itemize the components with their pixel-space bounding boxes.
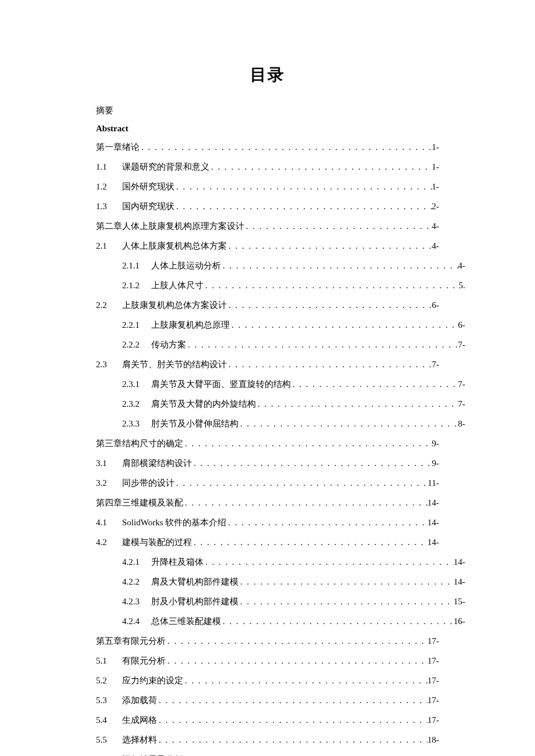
toc-entry-label: 传动方案 — [151, 338, 186, 352]
toc-leader-dots — [174, 180, 432, 194]
toc-entry-page: 7- — [458, 397, 466, 411]
toc-entry: 2.3.3肘关节及小臂伸屈结构8- — [96, 417, 465, 431]
toc-entry-number: 5.1 — [96, 654, 122, 668]
abstract-cn-label: 摘要 — [96, 102, 439, 119]
toc-entry-page: 16- — [454, 614, 465, 628]
toc-leader-dots — [238, 417, 458, 431]
toc-entry-number: 3.2 — [96, 476, 122, 490]
toc-leader-dots — [209, 160, 432, 174]
toc-entry-number: 4.1 — [96, 515, 122, 529]
toc-leader-dots — [226, 515, 427, 529]
toc-leader-dots — [204, 278, 459, 292]
toc-entry-label: 第五章有限元分析 — [96, 634, 166, 648]
toc-entry-label: 运行结果及分析 — [122, 753, 183, 756]
toc-entry-page: 14- — [454, 555, 465, 569]
toc-entry-page: 18- — [427, 753, 439, 756]
toc-entry-number: 4.2.2 — [122, 575, 151, 589]
toc-entry: 第二章人体上肢康复机构原理方案设计4- — [96, 219, 439, 233]
toc-entry-page: 14- — [427, 496, 439, 510]
toc-entry-page: 9- — [432, 456, 440, 470]
toc-entry: 2.2.1上肢康复机构总原理6- — [96, 318, 465, 332]
toc-leader-dots — [256, 397, 458, 411]
toc-entry: 4.2.3肘及小臂机构部件建模15- — [96, 594, 465, 608]
toc-entry-number: 2.1 — [96, 239, 122, 253]
toc-entry: 第一章绪论1- — [96, 140, 439, 154]
toc-entry-number: 1.1 — [96, 160, 122, 174]
toc-entry: 4.2.1升降柱及箱体14- — [96, 555, 465, 569]
toc-entry: 第五章有限元分析17- — [96, 634, 439, 648]
toc-entry: 5.5选择材料18- — [96, 733, 439, 747]
toc-entry: 3.1肩部横梁结构设计9- — [96, 456, 439, 470]
toc-entry-label: 添加载荷 — [122, 693, 157, 707]
toc-leader-dots — [166, 654, 427, 668]
toc-entry-label: 第二章人体上肢康复机构原理方案设计 — [96, 219, 244, 233]
toc-entry-page: 17- — [427, 713, 439, 727]
toc-entry-page: 4- — [432, 219, 440, 233]
toc-entry-page: 4- — [458, 259, 466, 273]
toc-entry: 1.3国内研究现状2- — [96, 199, 439, 213]
toc-entry-page: 17- — [427, 693, 439, 707]
toc-entry-page: 14- — [427, 515, 439, 529]
toc-entry-number: 5.2 — [96, 673, 122, 687]
toc-entry-page: 11- — [428, 476, 439, 490]
toc-entry-number: 2.1.2 — [122, 278, 151, 292]
toc-entry: 5.2应力约束的设定17- — [96, 673, 439, 687]
toc-entry-label: 升降柱及箱体 — [151, 555, 204, 569]
toc-entry-page: 18- — [427, 733, 439, 747]
toc-entry: 1.1课题研究的背景和意义1- — [96, 160, 439, 174]
toc-entry-label: 肩部横梁结构设计 — [122, 456, 192, 470]
toc-entry-page: 7- — [432, 357, 440, 371]
toc-leader-dots — [157, 693, 427, 707]
toc-entry-number: 3.1 — [96, 456, 122, 470]
toc-entry: 2.1.1人体上肢运动分析4- — [96, 259, 465, 273]
toc-leader-dots — [174, 199, 432, 213]
toc-entry: 5.1有限元分析17- — [96, 654, 439, 668]
toc-entry-number: 2.2.1 — [122, 318, 151, 332]
toc-entry-number: 4.2.1 — [122, 555, 151, 569]
toc-entry: 2.1.2上肢人体尺寸5. — [96, 278, 465, 292]
front-matter: 摘要 Abstract — [96, 102, 439, 137]
toc-entry-page: 14- — [454, 575, 465, 589]
toc-entry-page: 1- — [432, 140, 440, 154]
toc-entry-label: 应力约束的设定 — [122, 673, 183, 687]
toc-entry-label: 肩关节及大臂的内外旋结构 — [151, 397, 256, 411]
toc-entry-number: 5.6 — [96, 753, 122, 756]
toc-leader-dots — [140, 140, 432, 154]
toc-leader-dots — [183, 753, 427, 756]
toc-leader-dots — [183, 673, 427, 687]
toc-leader-dots — [183, 496, 427, 510]
toc-leader-dots — [238, 594, 454, 608]
toc-leader-dots — [238, 575, 454, 589]
toc-entry-page: 7- — [458, 338, 466, 352]
toc-entry: 1.2国外研究现状1- — [96, 180, 439, 194]
toc-entry-page: 9- — [432, 436, 440, 450]
toc-entry-number: 2.1.1 — [122, 259, 151, 273]
toc-leader-dots — [230, 318, 458, 332]
toc-entry-number: 2.2 — [96, 298, 122, 312]
toc-entry: 4.2.4总体三维装配建模16- — [96, 614, 465, 628]
toc-entry-label: 人体上肢运动分析 — [151, 259, 221, 273]
toc-entry-page: 15- — [454, 594, 465, 608]
toc-entry-page: 6- — [432, 298, 440, 312]
toc-entry-page: 7- — [458, 377, 466, 391]
toc-entry: 2.3.1肩关节及大臂平面、竖直旋转的结构7- — [96, 377, 465, 391]
page-title: 目录 — [96, 64, 439, 86]
toc-entry: 4.2.2肩及大臂机构部件建模14- — [96, 575, 465, 589]
toc-entry-number: 4.2.3 — [122, 594, 151, 608]
toc-entry-label: 肩关节及大臂平面、竖直旋转的结构 — [151, 377, 291, 391]
toc-entry: 第四章三维建模及装配14- — [96, 496, 439, 510]
toc-entry-label: 肩关节、肘关节的结构设计 — [122, 357, 227, 371]
toc-entry: 4.2建模与装配的过程14- — [96, 535, 439, 549]
toc-entry-page: 17- — [427, 634, 439, 648]
toc-entry-label: 第四章三维建模及装配 — [96, 496, 183, 510]
toc-entry-label: 上肢康复机构总体方案设计 — [122, 298, 227, 312]
toc-entry-label: 选择材料 — [122, 733, 157, 747]
toc-entry-label: 第三章结构尺寸的确定 — [96, 436, 183, 450]
toc-entry-number: 1.3 — [96, 199, 122, 213]
toc-entry: 2.2.2传动方案7- — [96, 338, 465, 352]
toc-entry-label: 人体上肢康复机构总体方案 — [122, 239, 227, 253]
toc-entry-label: 生成网格 — [122, 713, 157, 727]
toc-entry-label: 同步带的设计 — [122, 476, 174, 490]
toc-entry-label: 肘关节及小臂伸屈结构 — [151, 417, 238, 431]
toc-leader-dots — [186, 338, 458, 352]
